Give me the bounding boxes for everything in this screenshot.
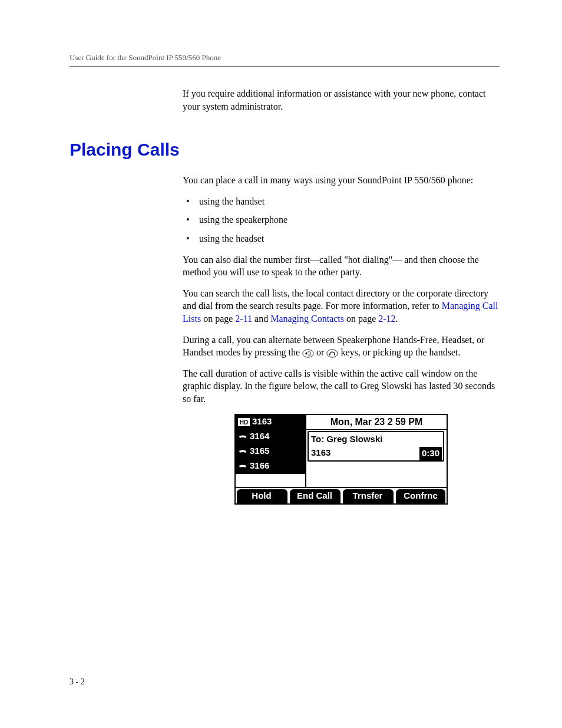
text: and [252,314,270,324]
line-key-4: 3166 [236,459,305,474]
page-ref[interactable]: 2-12 [378,314,395,324]
line-label: 3164 [250,430,269,442]
hd-icon: HD [238,418,250,426]
line-keys-panel: HD 3163 3164 [236,415,306,487]
phone-icon [238,433,247,440]
active-call-window: To: Greg Slowski 3163 0:30 [308,431,444,462]
intro-paragraph: If you require additional information or… [183,87,500,113]
softkey-transfer: Trnsfer [343,489,394,503]
phone-screen-figure: HD 3163 3164 [234,414,448,505]
list-item: using the speakerphone [183,213,500,226]
list-item: using the headset [183,232,500,245]
header-rule [70,66,500,67]
datetime-display: Mon, Mar 23 2 59 PM [306,415,447,430]
softkey-hold: Hold [237,489,287,503]
bullet-list: using the handset using the speakerphone… [183,195,500,245]
text: or [316,347,326,357]
svg-rect-3 [329,354,330,356]
line-key-1: HD 3163 [236,415,305,430]
running-head: User Guide for the SoundPoint IP 550/560… [70,53,500,62]
softkey-conference: Confrnc [396,489,445,503]
paragraph-search: You can search the call lists, the local… [183,287,500,325]
call-from-number: 3163 [311,447,330,459]
line-label: 3165 [250,445,269,457]
call-duration: 0:30 [419,447,442,460]
paragraph-hotdial: You can also dial the number first—calle… [183,253,500,279]
line-key-3: 3165 [236,444,305,459]
paragraph-modes: During a call, you can alternate between… [183,334,500,359]
svg-point-0 [303,350,313,357]
text: . [396,314,398,324]
line-label: 3166 [250,460,269,472]
call-to-label: To: Greg Slowski [311,433,382,445]
text: on page [344,314,378,324]
softkey-endcall: End Call [290,489,340,503]
page-number: 3 - 2 [70,677,85,687]
headset-key-icon [326,348,338,358]
line-label: 3163 [252,416,272,427]
list-item: using the handset [183,195,500,208]
svg-rect-4 [335,354,336,356]
softkey-row: Hold End Call Trnsfer Confrnc [236,487,447,503]
text: keys, or picking up the handset. [340,347,460,357]
text: on page [201,314,235,324]
phone-icon [238,463,247,470]
svg-marker-1 [305,352,307,355]
speakerphone-key-icon [302,348,314,358]
link-managing-contacts[interactable]: Managing Contacts [270,314,344,324]
phone-icon [238,448,247,455]
svg-text:HD: HD [240,419,248,426]
line-key-2: 3164 [236,430,305,444]
paragraph-lead: You can place a call in many ways using … [183,174,500,187]
section-heading: Placing Calls [70,140,500,160]
svg-point-2 [327,350,338,357]
page-ref[interactable]: 2-11 [235,314,252,324]
paragraph-duration: The call duration of active calls is vis… [183,367,500,406]
